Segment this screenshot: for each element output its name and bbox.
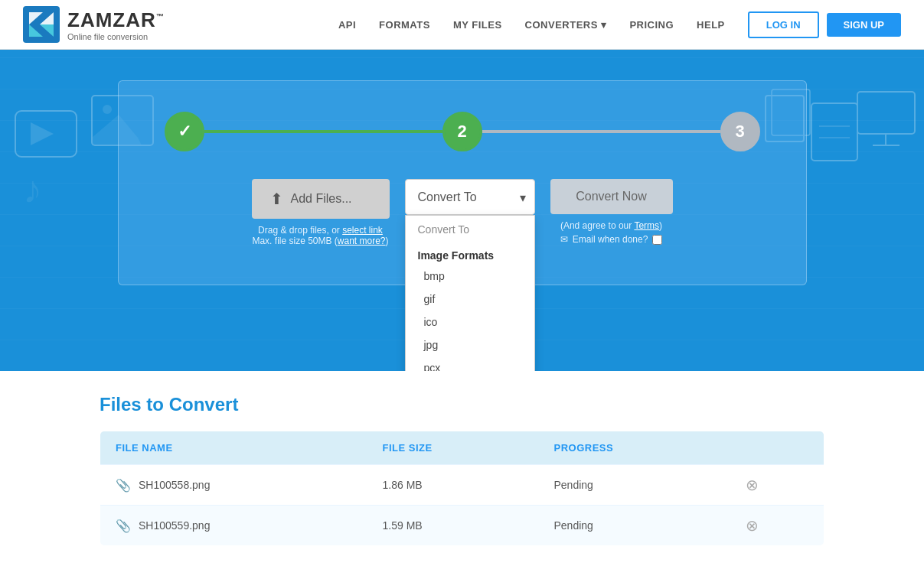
agree-text: (And agree to our Terms): [560, 220, 662, 231]
nav-pricing[interactable]: PRICING: [629, 19, 674, 31]
nav-help[interactable]: HELP: [697, 19, 725, 31]
hero-section: ♪ ✓ 2 3: [0, 50, 924, 371]
convert-to-select[interactable]: Convert To: [405, 179, 535, 215]
nav-formats[interactable]: FORMATS: [379, 19, 430, 31]
want-more-link[interactable]: want more?: [338, 236, 386, 246]
svg-rect-5: [15, 111, 77, 157]
nav-buttons: LOG IN SIGN UP: [748, 11, 901, 38]
convert-now-section: Convert Now (And agree to our Terms) ✉ E…: [550, 179, 673, 245]
step-line-2: [482, 130, 720, 133]
col-filesize: FILE SIZE: [367, 431, 539, 465]
email-icon: ✉: [560, 234, 568, 245]
step-3-circle: 3: [720, 112, 760, 151]
email-checkbox[interactable]: [652, 235, 662, 245]
upload-icon: ⬆: [270, 190, 283, 208]
zamzar-logo-icon: [23, 6, 60, 43]
step-2-circle: 2: [442, 112, 482, 151]
add-files-button[interactable]: ⬆ Add Files...: [252, 179, 390, 219]
convert-now-button[interactable]: Convert Now: [550, 179, 673, 214]
nav-myfiles[interactable]: MY FILES: [453, 19, 502, 31]
svg-rect-11: [811, 103, 857, 161]
dropdown-item-ico[interactable]: ico: [406, 311, 534, 333]
controls-row: ⬆ Add Files... Drag & drop files, or sel…: [165, 179, 760, 246]
converter-box: ✓ 2 3 ⬆ Add Files... Drag & drop files, …: [118, 80, 807, 285]
step-1-circle: ✓: [165, 112, 204, 151]
add-files-section: ⬆ Add Files... Drag & drop files, or sel…: [252, 179, 390, 246]
email-label: Email when done?: [573, 234, 648, 245]
file-status: Pending: [538, 506, 730, 546]
svg-rect-14: [857, 92, 915, 134]
email-row: ✉ Email when done?: [560, 234, 663, 245]
select-link[interactable]: select link: [342, 225, 383, 236]
dropdown-item-jpg[interactable]: jpg: [406, 333, 534, 356]
paperclip-icon: 📎: [116, 478, 131, 493]
svg-point-8: [103, 105, 112, 114]
convert-to-section: Convert To ▾ Convert To Image Formats bm…: [405, 179, 535, 215]
file-name-cell: 📎 SH100559.png: [116, 519, 352, 533]
file-name: SH100559.png: [139, 519, 210, 532]
paperclip-icon: 📎: [116, 519, 131, 533]
col-actions: [730, 431, 824, 465]
nav-links: API FORMATS MY FILES CONVERTERS ▾ PRICIN…: [338, 19, 725, 31]
nav-converters[interactable]: CONVERTERS ▾: [525, 19, 607, 31]
col-filename: FILE NAME: [100, 431, 367, 465]
image-formats-label: Image Formats: [406, 243, 534, 265]
terms-link[interactable]: Terms: [634, 220, 659, 231]
convert-to-dropdown-menu: Convert To Image Formats bmp gif ico jpg…: [405, 215, 535, 371]
remove-file-button[interactable]: ⊗: [746, 476, 759, 494]
nav-api[interactable]: API: [338, 19, 356, 31]
file-name: SH100558.png: [139, 479, 210, 491]
file-size: 1.59 MB: [367, 506, 539, 546]
remove-file-button[interactable]: ⊗: [746, 516, 759, 535]
table-row: 📎 SH100559.png 1.59 MB Pending ⊗: [100, 506, 824, 546]
table-row: 📎 SH100558.png 1.86 MB Pending ⊗: [100, 465, 824, 506]
dropdown-item-pcx[interactable]: pcx: [406, 356, 534, 371]
signup-button[interactable]: SIGN UP: [827, 13, 901, 37]
dropdown-item-gif[interactable]: gif: [406, 288, 534, 311]
files-section: Files to Convert FILE NAME FILE SIZE PRO…: [0, 371, 924, 566]
file-name-cell: 📎 SH100558.png: [116, 478, 352, 493]
dropdown-item-bmp[interactable]: bmp: [406, 265, 534, 288]
step-line-1: [204, 130, 442, 133]
logo-tagline: Online file conversion: [67, 32, 165, 41]
navbar: ZAMZAR™ Online file conversion API FORMA…: [0, 0, 924, 50]
login-button[interactable]: LOG IN: [748, 11, 819, 38]
file-size: 1.86 MB: [367, 465, 539, 506]
svg-marker-6: [31, 122, 54, 145]
steps-row: ✓ 2 3: [165, 112, 760, 151]
svg-text:♪: ♪: [23, 168, 42, 211]
logo-brand: ZAMZAR™: [67, 8, 165, 32]
file-status: Pending: [538, 465, 730, 506]
files-table: FILE NAME FILE SIZE PROGRESS 📎 SH100558.…: [100, 431, 824, 546]
drag-drop-text: Drag & drop files, or select link Max. f…: [252, 225, 388, 246]
files-title: Files to Convert: [100, 394, 824, 415]
dropdown-placeholder: Convert To: [406, 216, 534, 243]
col-progress: PROGRESS: [538, 431, 730, 465]
logo-area: ZAMZAR™ Online file conversion: [23, 6, 165, 43]
chevron-down-icon: ▾: [601, 19, 607, 31]
